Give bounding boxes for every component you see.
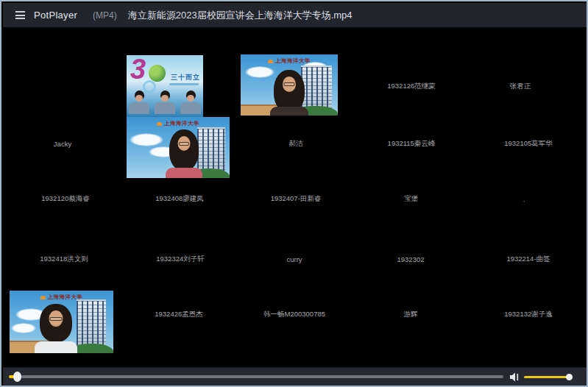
participant-label: 1932408廖建凤 [155,194,203,204]
video-tile-participant-feed: 上海海洋大学 [127,117,230,178]
participant-label: 1932115秦云峰 [388,139,436,149]
video-tile-anniversary: 3 三十而立 [127,55,203,117]
participant-label: 1932126范继蒙 [387,82,435,91]
file-title: 海立新能源2023届校园宣讲会上海海洋大学专场.mp4 [128,9,353,22]
participant-label: 韩一畅M200300785 [263,310,325,319]
participant-person [10,291,107,353]
potplayer-window: PotPlayer (MP4) 海立新能源2023届校园宣讲会上海海洋大学专场.… [0,0,588,387]
participant-label: 1932426孟恩杰 [155,310,202,319]
participant-person [132,117,230,178]
participant-label: 郝洁 [289,139,303,149]
control-bar [3,367,587,386]
participant-label: 张君正 [510,82,531,91]
person-figure [129,90,149,117]
format-badge: (MP4) [93,10,117,21]
participant-label: Jacky [54,140,71,148]
volume-thumb[interactable] [566,374,573,380]
video-surface[interactable]: 3 三十而立 上海海洋大学 [3,27,587,367]
anniversary-slogan: 三十而立 [171,73,200,82]
participant-label: 1932105葛军华 [504,139,552,149]
participant-label: 1932214-曲签 [506,255,550,264]
globe-icon [149,65,166,82]
participant-label: curry [286,255,302,263]
participant-label: 1932120蔡海睿 [41,194,89,204]
participant-person [241,54,338,116]
participant-label: 宝堡 [405,194,419,204]
hamburger-menu-icon[interactable] [15,10,25,21]
person-figure [155,90,175,117]
participant-label: 1932324刘子轩 [156,255,204,264]
speaker-icon[interactable] [509,372,521,383]
app-title: PotPlayer [34,10,77,21]
video-tile-participant-feed: 上海海洋大学 [241,54,338,116]
anniversary-number: 3 [130,55,146,83]
participant-label: 1932132谢子逸 [504,310,552,319]
participant-label: . [523,195,525,203]
participant-label: 1932418洪文则 [40,255,88,264]
seek-thumb[interactable] [13,372,21,382]
title-bar: PotPlayer (MP4) 海立新能源2023届校园宣讲会上海海洋大学专场.… [3,3,587,27]
participant-label: 1932407-田新睿 [271,194,322,204]
participant-label: 1932302 [397,255,425,263]
person-figure [180,90,201,117]
seek-bar[interactable] [9,375,503,378]
participant-label: 游辉 [404,310,418,319]
slogan-subline [169,83,199,85]
video-tile-participant-feed: 上海海洋大学 [10,291,113,353]
